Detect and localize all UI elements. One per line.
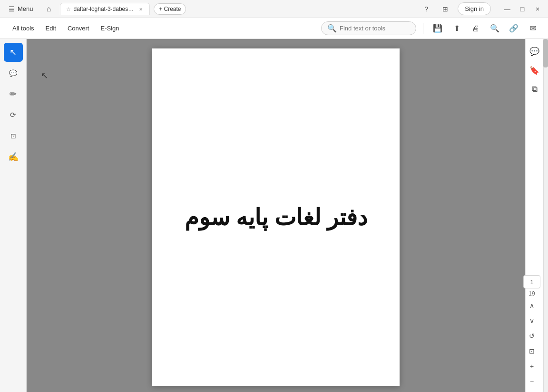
fit-page-icon: ⊡	[529, 347, 535, 355]
help-icon: ?	[424, 5, 428, 13]
comment-panel-button[interactable]: 💬	[526, 43, 543, 60]
zoom-out-icon: −	[530, 378, 534, 385]
zoom-in-icon: +	[530, 363, 534, 370]
stamp-tool-button[interactable]: ✍	[4, 147, 23, 166]
hamburger-icon: ☰	[9, 5, 15, 13]
save-icon: 💾	[433, 24, 442, 33]
pages-panel-button[interactable]: ⧉	[526, 81, 543, 98]
minimize-button[interactable]: —	[500, 2, 514, 16]
tab-bar: ☆ daftar-loghat-3-dabesta... × + Create	[60, 3, 186, 15]
page-number: 1	[530, 278, 533, 286]
lasso-tool-button[interactable]: ⟳	[4, 105, 23, 124]
lasso-tool-icon: ⟳	[10, 111, 16, 119]
convert-menu[interactable]: Convert	[63, 22, 94, 35]
link-button[interactable]: 🔗	[506, 21, 521, 36]
search-input[interactable]	[340, 25, 406, 32]
pdf-page: دفتر لغات پایه سوم	[152, 48, 400, 386]
page-number-box[interactable]: 1	[523, 275, 540, 288]
share-icon: ✉	[530, 24, 536, 33]
home-button[interactable]: ⌂	[42, 2, 56, 16]
pdf-area: دفتر لغات پایه سوم ↖	[27, 39, 525, 392]
pdf-page-title: دفتر لغات پایه سوم	[185, 204, 367, 230]
bookmark-icon: 🔖	[529, 66, 539, 76]
edit-label: Edit	[46, 25, 56, 32]
fit-page-button[interactable]: ⊡	[524, 344, 539, 358]
comment-tool-button[interactable]: 💬	[4, 64, 23, 83]
help-button[interactable]: ?	[420, 2, 433, 16]
home-icon: ⌂	[47, 5, 51, 13]
select-tool-icon: ↖	[10, 47, 17, 57]
link-icon: 🔗	[509, 24, 519, 33]
title-bar-left: ☰ Menu ⌂ ☆ daftar-loghat-3-dabesta... × …	[4, 2, 420, 16]
cursor-indicator: ↖	[41, 70, 48, 81]
scroll-track[interactable]	[543, 39, 548, 392]
esign-menu[interactable]: E-Sign	[96, 22, 124, 35]
edit-menu[interactable]: Edit	[41, 22, 61, 35]
pencil-tool-icon: ✏	[10, 89, 17, 99]
tab-close-icon[interactable]: ×	[138, 6, 144, 13]
refresh-icon: ↺	[529, 332, 535, 340]
comment-tool-icon: 💬	[9, 69, 17, 77]
refresh-button[interactable]: ↺	[524, 329, 539, 343]
sign-in-label: Sign in	[465, 5, 484, 12]
menu-label: Menu	[18, 5, 33, 12]
create-button[interactable]: + Create	[154, 3, 186, 15]
close-button[interactable]: ×	[531, 2, 544, 16]
next-page-button[interactable]: ∨	[524, 314, 539, 327]
total-pages: 19	[528, 290, 535, 297]
upload-icon: ⬆	[454, 24, 460, 33]
zoom-out-button[interactable]: −	[524, 375, 539, 388]
select-tool-button[interactable]: ↖	[4, 43, 23, 62]
text-ocr-tool-icon: ⊡	[10, 132, 16, 140]
window-controls: — □ ×	[500, 2, 544, 16]
text-ocr-tool-button[interactable]: ⊡	[4, 126, 23, 145]
prev-page-icon: ∧	[529, 302, 534, 309]
upload-button[interactable]: ⬆	[449, 21, 464, 36]
apps-icon: ⊞	[442, 5, 448, 13]
tab-title: daftar-loghat-3-dabesta...	[74, 6, 136, 12]
minimize-icon: —	[504, 5, 510, 13]
print-icon: 🖨	[472, 24, 480, 33]
scroll-thumb[interactable]	[543, 39, 548, 67]
convert-label: Convert	[68, 25, 89, 32]
maximize-button[interactable]: □	[516, 2, 529, 16]
save-button[interactable]: 💾	[430, 21, 445, 36]
share-button[interactable]: ✉	[525, 21, 540, 36]
pages-icon: ⧉	[532, 85, 538, 94]
close-icon: ×	[536, 5, 539, 13]
sign-in-button[interactable]: Sign in	[458, 2, 491, 15]
main-layout: ↖ 💬 ✏ ⟳ ⊡ ✍ دفتر لغات پایه سوم ↖ 💬	[0, 39, 548, 392]
title-bar-right: ? ⊞ Sign in — □ ×	[420, 2, 544, 16]
comment-panel-icon: 💬	[529, 47, 539, 57]
search-icon: 🔍	[327, 24, 337, 33]
create-label: + Create	[159, 6, 181, 12]
pencil-tool-button[interactable]: ✏	[4, 85, 23, 104]
apps-button[interactable]: ⊞	[439, 2, 452, 16]
menu-button[interactable]: ☰ Menu	[4, 3, 38, 15]
prev-page-button[interactable]: ∧	[524, 299, 539, 312]
search-box[interactable]: 🔍	[321, 21, 416, 35]
title-bar: ☰ Menu ⌂ ☆ daftar-loghat-3-dabesta... × …	[0, 0, 548, 18]
stamp-tool-icon: ✍	[8, 152, 19, 162]
all-tools-menu[interactable]: All tools	[8, 22, 39, 35]
next-page-icon: ∨	[529, 317, 534, 325]
maximize-icon: □	[520, 5, 524, 13]
page-navigation: 1 19 ∧ ∨ ↺ ⊡ + −	[520, 275, 543, 392]
bookmark-button[interactable]: 🔖	[526, 62, 543, 79]
zoom-button[interactable]: 🔍	[487, 21, 502, 36]
right-sidebar: 💬 🔖 ⧉ 1 19 ∧ ∨ ↺ ⊡	[525, 39, 548, 392]
active-tab[interactable]: ☆ daftar-loghat-3-dabesta... ×	[60, 3, 150, 15]
toolbar-separator-1	[423, 23, 423, 34]
toolbar: All tools Edit Convert E-Sign 🔍 💾 ⬆ 🖨 🔍 …	[0, 18, 548, 39]
all-tools-label: All tools	[12, 25, 34, 32]
tab-star-icon: ☆	[66, 6, 71, 12]
left-sidebar: ↖ 💬 ✏ ⟳ ⊡ ✍	[0, 39, 27, 392]
zoom-icon: 🔍	[490, 24, 499, 33]
toolbar-right: 🔍 💾 ⬆ 🖨 🔍 🔗 ✉	[321, 21, 540, 36]
zoom-in-button[interactable]: +	[524, 360, 539, 373]
esign-label: E-Sign	[100, 25, 119, 32]
print-button[interactable]: 🖨	[468, 21, 483, 36]
